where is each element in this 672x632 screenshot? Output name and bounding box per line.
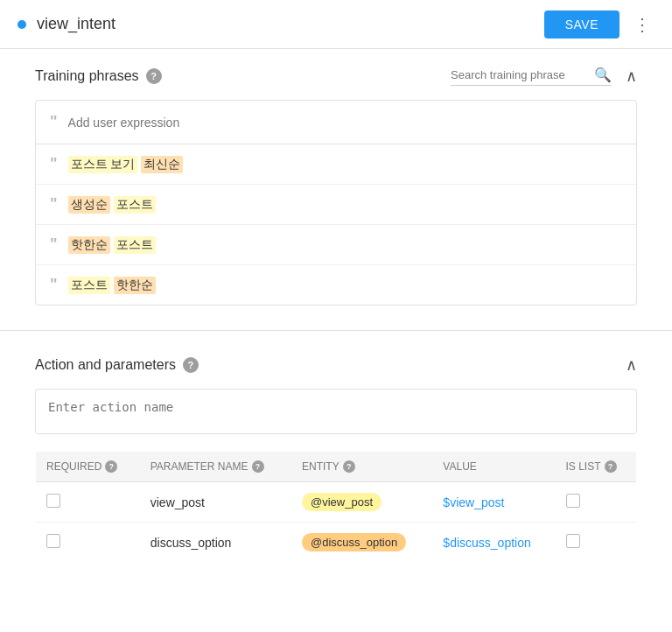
action-parameters-header: Action and parameters ? ∧ (35, 355, 637, 375)
training-phrases-title: Training phrases (35, 68, 139, 84)
phrase-text: 생성순 포스트 (68, 196, 156, 214)
quote-icon: " (50, 155, 58, 173)
col-entity: ENTITY ? (291, 452, 432, 482)
parameters-table: REQUIRED ? PARAMETER NAME ? ENTITY ? (35, 451, 637, 563)
phrase-token[interactable]: 포스트 (114, 236, 156, 254)
collapse-action-parameters-icon[interactable]: ∧ (626, 355, 637, 375)
quote-icon: " (50, 235, 58, 254)
value-link[interactable]: $view_post (443, 495, 504, 509)
col-parameter-name: PARAMETER NAME ? (140, 452, 291, 482)
training-phrases-box: " " 포스트 보기 최신순 " 생성순 포스트 " 핫한순 포스트 (35, 100, 637, 305)
required-help-icon[interactable]: ? (105, 460, 117, 473)
required-cell (36, 523, 140, 563)
is-list-cell (556, 482, 637, 523)
col-is-list: IS LIST ? (556, 452, 637, 482)
phrase-token[interactable]: 핫한순 (68, 236, 110, 254)
training-phrases-header: Training phrases ? 🔍 ∧ (35, 67, 637, 86)
save-button[interactable]: SAVE (544, 11, 620, 39)
required-cell (36, 482, 140, 523)
search-training-input-group: 🔍 (451, 67, 612, 86)
training-phrases-section: Training phrases ? 🔍 ∧ " " 포스트 보기 최신순 " (0, 49, 672, 323)
section-divider (0, 330, 672, 331)
table-header-row: REQUIRED ? PARAMETER NAME ? ENTITY ? (36, 452, 637, 482)
parameter-name-help-icon[interactable]: ? (252, 460, 264, 473)
action-parameters-section: Action and parameters ? ∧ REQUIRED ? PAR… (0, 338, 672, 580)
phrase-token[interactable]: 생성순 (68, 196, 110, 214)
is-list-checkbox[interactable] (566, 534, 580, 548)
entity-tag[interactable]: @view_post (302, 493, 382, 511)
add-expression-input[interactable] (68, 116, 622, 130)
action-name-input[interactable] (35, 389, 637, 434)
phrase-text: 포스트 보기 최신순 (68, 156, 184, 173)
parameter-name-cell: view_post (140, 482, 291, 523)
training-phrases-title-group: Training phrases ? (35, 68, 162, 84)
phrase-row: " 포스트 핫한순 (36, 265, 636, 305)
value-link[interactable]: $discuss_option (443, 536, 530, 550)
training-phrases-controls: 🔍 ∧ (451, 67, 637, 86)
status-dot (18, 20, 26, 29)
page-title: view_intent (37, 15, 544, 33)
entity-cell: @discuss_option (291, 523, 432, 563)
phrase-text: 포스트 핫한순 (68, 277, 156, 294)
col-value: VALUE (432, 452, 555, 482)
col-required: REQUIRED ? (36, 452, 140, 482)
required-checkbox[interactable] (46, 494, 60, 508)
entity-cell: @view_post (291, 482, 432, 523)
phrase-row: " 포스트 보기 최신순 (36, 144, 636, 185)
phrase-token[interactable]: 포스트 보기 (68, 156, 138, 173)
quote-icon: " (50, 276, 58, 294)
table-row: discuss_option @discuss_option $discuss_… (36, 523, 637, 563)
search-icon[interactable]: 🔍 (594, 67, 612, 83)
entity-tag[interactable]: @discuss_option (302, 533, 406, 551)
more-options-icon[interactable]: ⋮ (630, 11, 654, 39)
header: view_intent SAVE ⋮ (0, 0, 672, 49)
action-parameters-help-icon[interactable]: ? (183, 357, 199, 373)
parameter-name-cell: discuss_option (140, 523, 291, 563)
phrase-token[interactable]: 포스트 (114, 196, 156, 214)
quote-icon: " (50, 195, 58, 214)
required-checkbox[interactable] (46, 534, 60, 548)
is-list-cell (556, 523, 637, 563)
value-cell: $discuss_option (432, 523, 555, 563)
is-list-help-icon[interactable]: ? (605, 460, 617, 473)
table-row: view_post @view_post $view_post (36, 482, 637, 523)
phrase-row: " 핫한순 포스트 (36, 225, 636, 265)
collapse-training-phrases-icon[interactable]: ∧ (626, 67, 637, 86)
phrase-text: 핫한순 포스트 (68, 236, 156, 254)
phrase-token[interactable]: 최신순 (141, 156, 183, 173)
phrase-row: " 생성순 포스트 (36, 185, 636, 225)
training-phrases-help-icon[interactable]: ? (146, 68, 162, 84)
phrase-token[interactable]: 핫한순 (114, 277, 156, 294)
action-parameters-title-group: Action and parameters ? (35, 357, 199, 373)
quote-icon: " (50, 113, 58, 131)
entity-help-icon[interactable]: ? (343, 460, 355, 473)
add-expression-row: " (36, 101, 636, 144)
search-training-input[interactable] (451, 68, 591, 81)
is-list-checkbox[interactable] (566, 494, 580, 508)
action-parameters-title: Action and parameters (35, 357, 176, 373)
phrase-token[interactable]: 포스트 (68, 277, 110, 294)
value-cell: $view_post (432, 482, 555, 523)
